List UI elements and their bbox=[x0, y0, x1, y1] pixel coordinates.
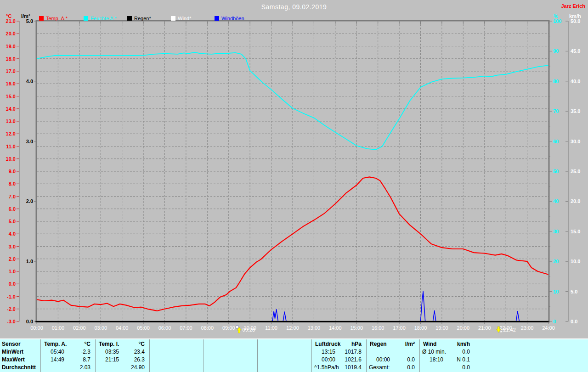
svg-text:03:00: 03:00 bbox=[94, 325, 107, 331]
gridlines bbox=[37, 21, 548, 321]
svg-text:24:00: 24:00 bbox=[542, 325, 555, 331]
svg-text:90: 90 bbox=[553, 48, 559, 54]
svg-text:40: 40 bbox=[553, 198, 559, 204]
svg-text:70: 70 bbox=[553, 108, 559, 114]
svg-text:10.0: 10.0 bbox=[571, 259, 580, 264]
table-cell-value: 1019.4 bbox=[311, 364, 362, 371]
table-cell-value: 0.0 bbox=[419, 349, 470, 355]
svg-text:2.0: 2.0 bbox=[9, 256, 16, 262]
svg-text:-2.0: -2.0 bbox=[7, 306, 16, 312]
svg-text:20:00: 20:00 bbox=[457, 325, 470, 331]
svg-text:10.0: 10.0 bbox=[6, 156, 16, 162]
table-row-label: Durchschnitt bbox=[2, 364, 36, 371]
legend-label: Feuchte A.* bbox=[90, 16, 117, 21]
svg-text:07:00: 07:00 bbox=[180, 325, 192, 331]
svg-text:-1.0: -1.0 bbox=[7, 294, 16, 299]
table-col-unit: °C bbox=[95, 341, 145, 348]
svg-text:19.0: 19.0 bbox=[6, 44, 16, 49]
svg-text:60: 60 bbox=[553, 139, 559, 144]
svg-text:11:00: 11:00 bbox=[265, 325, 277, 331]
legend-label: Regen* bbox=[134, 16, 151, 21]
legend-item-0: Temp. A.* bbox=[39, 16, 68, 21]
svg-text:6.0: 6.0 bbox=[9, 206, 16, 212]
marker-time: 21:42 bbox=[503, 327, 516, 333]
svg-text:13.0: 13.0 bbox=[6, 118, 16, 124]
svg-text:15.0: 15.0 bbox=[6, 94, 16, 99]
svg-text:11.0: 11.0 bbox=[6, 144, 16, 149]
svg-text:06:00: 06:00 bbox=[158, 325, 171, 331]
svg-text:7.0: 7.0 bbox=[9, 194, 16, 199]
table-cell-value: 23.4 bbox=[95, 349, 145, 355]
station-owner-label: Jarz Erich bbox=[561, 3, 585, 9]
svg-text:18:00: 18:00 bbox=[414, 325, 427, 331]
table-cell-value: 1021.6 bbox=[311, 356, 362, 363]
svg-text:30: 30 bbox=[553, 229, 559, 234]
marker-moonrise: 09:28 bbox=[236, 326, 255, 333]
svg-text:1.0: 1.0 bbox=[9, 269, 16, 274]
svg-text:8.0: 8.0 bbox=[9, 181, 16, 186]
marker-moonset: 21:42 bbox=[497, 327, 516, 333]
table-divider bbox=[257, 339, 258, 372]
svg-text:08:00: 08:00 bbox=[201, 325, 214, 331]
legend-label: Wind* bbox=[178, 16, 191, 21]
marker-time: 09:28 bbox=[243, 327, 255, 333]
legend-item-1: Feuchte A.* bbox=[84, 16, 117, 21]
table-row-label: Sensor bbox=[2, 341, 21, 348]
chart-plot: 21.020.019.018.017.016.015.014.013.012.0… bbox=[0, 0, 588, 338]
table-row-label: MaxWert bbox=[2, 356, 25, 363]
svg-text:14.0: 14.0 bbox=[6, 106, 16, 112]
table-row-label: MinWert bbox=[2, 349, 23, 355]
table-cell-value: -2.3 bbox=[40, 349, 90, 355]
svg-text:0.0: 0.0 bbox=[26, 319, 33, 324]
table-cell-value: N 0.1 bbox=[419, 356, 470, 363]
legend-item-4: Windböen bbox=[215, 16, 244, 21]
legend-swatch-icon bbox=[39, 16, 44, 21]
table-cell-value: 1017.8 bbox=[311, 349, 362, 355]
svg-text:19:00: 19:00 bbox=[435, 325, 448, 331]
svg-text:23:00: 23:00 bbox=[521, 325, 534, 331]
svg-text:05:00: 05:00 bbox=[137, 325, 150, 331]
svg-text:17.0: 17.0 bbox=[6, 68, 16, 74]
svg-text:0.0: 0.0 bbox=[9, 281, 16, 287]
svg-text:3.0: 3.0 bbox=[26, 139, 33, 144]
legend-swatch-icon bbox=[171, 16, 175, 21]
svg-text:20.0: 20.0 bbox=[6, 31, 16, 36]
table-cell-value: 2.03 bbox=[40, 364, 90, 371]
svg-text:14:00: 14:00 bbox=[329, 325, 342, 331]
svg-text:00:00: 00:00 bbox=[30, 325, 43, 331]
svg-text:02:00: 02:00 bbox=[73, 325, 86, 331]
svg-text:3.0: 3.0 bbox=[9, 244, 16, 249]
svg-text:09:00: 09:00 bbox=[222, 325, 235, 331]
table-cell-value: 0.0 bbox=[366, 356, 415, 363]
svg-text:01:00: 01:00 bbox=[52, 325, 65, 331]
legend-swatch-icon bbox=[215, 16, 219, 21]
svg-text:5.0: 5.0 bbox=[9, 219, 16, 224]
svg-text:0.0: 0.0 bbox=[571, 319, 577, 324]
svg-text:17:00: 17:00 bbox=[393, 325, 406, 331]
svg-text:5.0: 5.0 bbox=[571, 289, 577, 294]
table-cell-value: 8.7 bbox=[40, 356, 90, 363]
svg-text:4.0: 4.0 bbox=[26, 79, 33, 84]
table-col-unit: l/m² bbox=[366, 341, 415, 348]
svg-text:80: 80 bbox=[553, 79, 559, 84]
table-cell-value: 26.3 bbox=[95, 356, 145, 363]
svg-text:10: 10 bbox=[553, 289, 559, 294]
svg-text:16:00: 16:00 bbox=[372, 325, 384, 331]
table-col-unit: km/h bbox=[419, 341, 470, 348]
legend-item-2: Regen* bbox=[127, 16, 151, 21]
svg-text:20.0: 20.0 bbox=[571, 198, 580, 204]
svg-text:15.0: 15.0 bbox=[571, 229, 580, 234]
stats-table: SensorMinWertMaxWertDurchschnittTemp. A.… bbox=[0, 338, 588, 372]
weather-station-window: 21.020.019.018.017.016.015.014.013.012.0… bbox=[0, 0, 588, 372]
table-col-unit: hPa bbox=[311, 341, 362, 348]
legend: Temp. A.*Feuchte A.*Regen*Wind*Windböen bbox=[0, 16, 588, 22]
table-cell-value: 0.0 bbox=[366, 364, 415, 371]
svg-text:9.0: 9.0 bbox=[9, 169, 16, 174]
svg-text:12.0: 12.0 bbox=[6, 131, 16, 136]
chart-title: Samstag, 09.02.2019 bbox=[0, 3, 588, 11]
svg-text:04:00: 04:00 bbox=[116, 325, 129, 331]
svg-text:18.0: 18.0 bbox=[6, 56, 16, 62]
table-divider bbox=[204, 339, 204, 372]
table-cell-value: 0.0 bbox=[419, 364, 470, 371]
svg-text:1.0: 1.0 bbox=[26, 259, 33, 264]
